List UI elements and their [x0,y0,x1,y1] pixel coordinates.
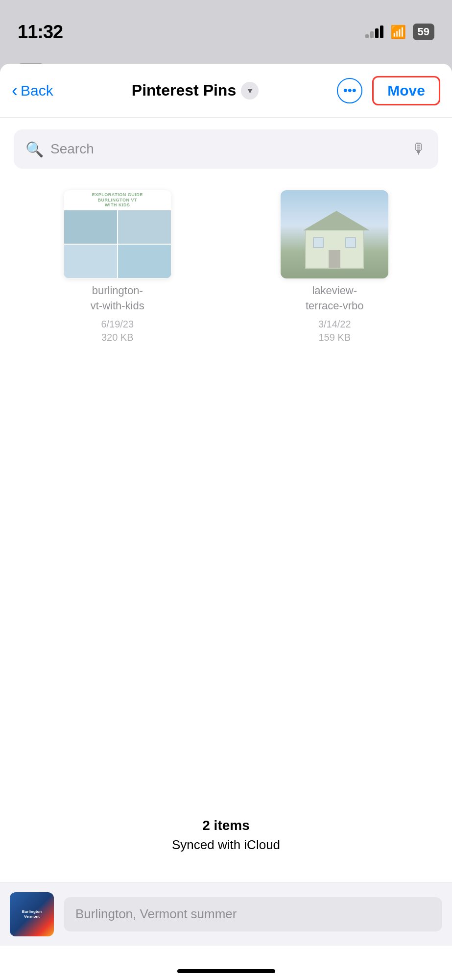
more-options-button[interactable]: ••• [337,78,362,103]
back-label: Back [21,82,53,99]
file-name: burlington-vt-with-kids [91,283,144,314]
status-time: 11:32 [18,22,63,43]
item-count: 2 items [0,818,452,833]
footer-info: 2 items Synced with iCloud [0,818,452,853]
nav-actions: ••• Move [337,76,440,105]
microphone-icon[interactable]: 🎙 [412,141,427,157]
file-size-2: 159 KB [318,332,351,343]
list-item[interactable]: lakeview-terrace-vrbo 3/14/22 159 KB [231,190,439,343]
main-panel: ‹ Back Pinterest Pins ▾ ••• Move 🔍 Searc… [0,64,452,980]
nav-title: Pinterest Pins [132,81,236,100]
dock-thumbnail[interactable]: BurlingtonVermont [10,892,54,936]
nav-title-group: Pinterest Pins ▾ [132,81,259,100]
dock-search-placeholder-text: Burlington, Vermont summer [75,906,237,922]
lakeview-thumbnail [281,190,388,278]
back-button[interactable]: ‹ Back [12,82,53,100]
search-icon: 🔍 [25,141,44,158]
file-date-2: 3/14/22 [318,319,351,330]
chevron-down-icon[interactable]: ▾ [241,82,259,100]
wifi-icon: 📶 [390,25,406,40]
home-indicator [177,969,275,973]
dock-search-bar[interactable]: Burlington, Vermont summer [64,897,442,931]
dock-thumb-inner: BurlingtonVermont [10,892,54,936]
burlington-thumbnail: EXPLORATION GUIDEBURLINGTON VTWITH KIDS [64,190,171,278]
search-container: 🔍 Search 🎙 [0,118,452,180]
list-item[interactable]: EXPLORATION GUIDEBURLINGTON VTWITH KIDS … [14,190,221,343]
file-name-2: lakeview-terrace-vrbo [306,283,364,314]
file-size: 320 KB [101,332,134,343]
file-thumbnail-2 [281,190,388,278]
move-button[interactable]: Move [372,76,440,105]
search-bar[interactable]: 🔍 Search 🎙 [14,129,438,169]
battery-icon: 59 [413,24,434,40]
dock-thumb-text: BurlingtonVermont [20,907,44,921]
back-arrow-icon: ‹ [12,82,18,100]
status-bar: 11:32 📶 59 [0,0,452,54]
bottom-dock: BurlingtonVermont Burlington, Vermont su… [0,882,452,946]
file-thumbnail: EXPLORATION GUIDEBURLINGTON VTWITH KIDS [64,190,171,278]
navigation-bar: ‹ Back Pinterest Pins ▾ ••• Move [0,64,452,118]
file-date: 6/19/23 [101,319,134,330]
search-input[interactable]: Search [50,141,405,157]
sync-status: Synced with iCloud [0,837,452,853]
ellipsis-icon: ••• [343,83,357,98]
signal-icon [365,25,383,38]
house-illustration [305,229,364,269]
status-icons: 📶 59 [365,24,434,40]
files-grid: EXPLORATION GUIDEBURLINGTON VTWITH KIDS … [0,180,452,353]
